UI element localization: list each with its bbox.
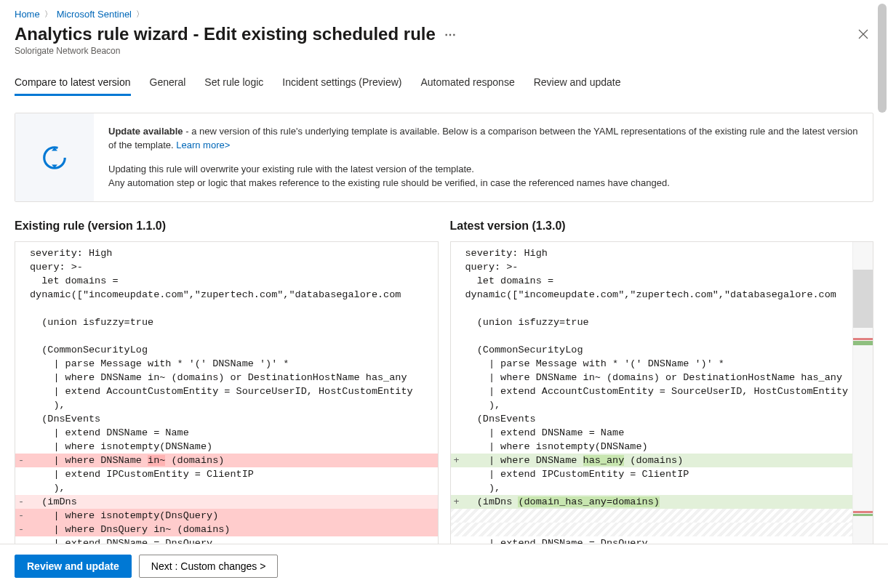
code-line <box>451 509 873 523</box>
code-line: | where isnotempty(DNSName) <box>15 440 438 454</box>
breadcrumb: Home 〉 Microsoft Sentinel 〉 <box>15 9 873 20</box>
tabs: Compare to latest version General Set ru… <box>15 72 873 97</box>
code-line: query: >- <box>451 260 873 274</box>
code-line: (union isfuzzy=true <box>451 315 873 329</box>
code-line: severity: High <box>15 246 438 260</box>
page-subtitle: Solorigate Network Beacon <box>15 46 456 56</box>
update-banner: Update available - a new version of this… <box>15 113 873 202</box>
banner-text-2: Updating this rule will overwrite your e… <box>108 163 858 177</box>
code-line: (union isfuzzy=true <box>15 315 438 329</box>
next-custom-changes-button[interactable]: Next : Custom changes > <box>139 555 279 578</box>
tab-incident-settings[interactable]: Incident settings (Preview) <box>282 72 401 96</box>
more-icon[interactable]: ⋯ <box>444 28 456 41</box>
code-line: severity: High <box>451 246 873 260</box>
code-line: let domains = <box>451 274 873 288</box>
breadcrumb-home[interactable]: Home <box>15 9 40 20</box>
code-line: | extend DNSName = Name <box>451 426 873 440</box>
code-line: let domains = <box>15 274 438 288</box>
review-and-update-button[interactable]: Review and update <box>15 555 132 578</box>
code-line: | extend DNSName = Name <box>15 426 438 440</box>
code-line: - | where DnsQuery in~ (domains) <box>15 523 438 536</box>
code-line <box>451 329 873 343</box>
learn-more-link[interactable]: Learn more> <box>176 140 230 150</box>
code-line: | extend DNSName = DnsQuery <box>451 536 873 544</box>
code-line: query: >- <box>15 260 438 274</box>
code-line: + (imDns (domain_has_any=domains) <box>451 495 873 509</box>
code-line: | extend AccountCustomEntity = SourceUse… <box>15 384 438 398</box>
latest-code[interactable]: severity: Highquery: >- let domains =dyn… <box>450 241 874 544</box>
code-line <box>15 329 438 343</box>
tab-set-rule-logic[interactable]: Set rule logic <box>204 72 263 96</box>
code-line: - (imDns <box>15 495 438 509</box>
code-line <box>15 302 438 315</box>
code-line <box>451 302 873 315</box>
code-line: dynamic(["incomeupdate.com","zupertech.c… <box>15 288 438 302</box>
close-icon[interactable] <box>853 24 873 44</box>
code-line: | parse Message with * '(' DNSName ')' * <box>15 357 438 371</box>
update-icon <box>15 113 94 201</box>
code-line: ), <box>451 481 873 495</box>
tab-compare[interactable]: Compare to latest version <box>15 72 131 96</box>
banner-text-3: Any automation step or logic that makes … <box>108 177 858 190</box>
code-line: ), <box>451 398 873 412</box>
breadcrumb-sentinel[interactable]: Microsoft Sentinel <box>57 9 132 20</box>
code-line: | parse Message with * '(' DNSName ')' * <box>451 357 873 371</box>
latest-version-title: Latest version (1.3.0) <box>450 220 874 233</box>
chevron-right-icon: 〉 <box>136 9 144 20</box>
code-line: | extend IPCustomEntity = ClientIP <box>15 467 438 481</box>
page-title: Analytics rule wizard - Edit existing sc… <box>15 24 436 44</box>
chevron-right-icon: 〉 <box>44 9 52 20</box>
existing-rule-title: Existing rule (version 1.1.0) <box>15 220 439 233</box>
code-line: dynamic(["incomeupdate.com","zupertech.c… <box>451 288 873 302</box>
main-content: Home 〉 Microsoft Sentinel 〉 Analytics ru… <box>0 0 888 544</box>
code-line: (DnsEvents <box>451 412 873 426</box>
code-line: | extend AccountCustomEntity = SourceUse… <box>451 384 873 398</box>
code-line: + | where DNSName has_any (domains) <box>451 454 873 467</box>
tab-general[interactable]: General <box>150 72 186 96</box>
minimap[interactable] <box>852 242 873 544</box>
code-line: | extend DNSName = DnsQuery <box>15 536 438 544</box>
vertical-scrollbar[interactable] <box>876 0 888 544</box>
tab-review-update[interactable]: Review and update <box>534 72 621 96</box>
banner-title: Update available <box>108 126 183 137</box>
code-line <box>451 523 873 536</box>
code-line: | where DNSName in~ (domains) or Destina… <box>451 371 873 384</box>
code-line: (CommonSecurityLog <box>15 343 438 357</box>
code-line: - | where isnotempty(DnsQuery) <box>15 509 438 523</box>
code-line: ), <box>15 481 438 495</box>
code-line: - | where DNSName in~ (domains) <box>15 454 438 467</box>
tab-automated-response[interactable]: Automated response <box>420 72 514 96</box>
code-line: ), <box>15 398 438 412</box>
wizard-footer: Review and update Next : Custom changes … <box>0 544 888 588</box>
code-line: (DnsEvents <box>15 412 438 426</box>
code-line: | extend IPCustomEntity = ClientIP <box>451 467 873 481</box>
code-line: (CommonSecurityLog <box>451 343 873 357</box>
existing-code[interactable]: severity: Highquery: >- let domains =dyn… <box>15 241 439 544</box>
code-line: | where isnotempty(DNSName) <box>451 440 873 454</box>
code-line: | where DNSName in~ (domains) or Destina… <box>15 371 438 384</box>
